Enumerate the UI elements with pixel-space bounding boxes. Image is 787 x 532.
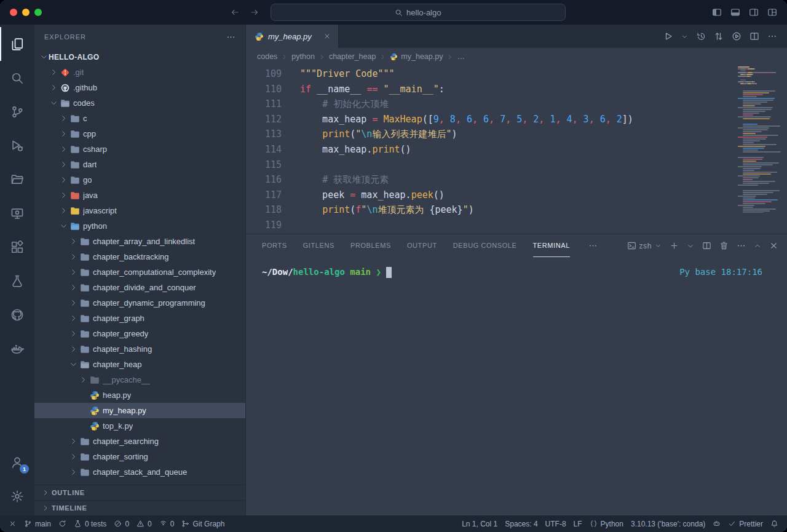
split-editor-icon[interactable]: [749, 31, 759, 41]
zoom-window-button[interactable]: [34, 9, 42, 16]
tree-item-python[interactable]: python: [34, 218, 245, 234]
breadcrumb-item-python[interactable]: python: [291, 52, 315, 61]
status-indentation[interactable]: Spaces: 4: [501, 515, 541, 532]
activity-accounts[interactable]: 1: [0, 445, 34, 479]
activity-project-library[interactable]: [0, 162, 34, 196]
status-eol[interactable]: LF: [570, 515, 586, 532]
more-editor-actions-icon[interactable]: [767, 31, 777, 41]
tree-item-chapter-stack-and-queue[interactable]: chapter_stack_and_queue: [34, 464, 245, 480]
panel-tab-gitlens[interactable]: GITLENS: [303, 234, 334, 257]
close-panel-icon[interactable]: [769, 241, 778, 250]
activity-source-control[interactable]: [0, 95, 34, 129]
tree-item-chapter-divide-and-conquer[interactable]: chapter_divide_and_conquer: [34, 280, 245, 295]
tree-item-cpp[interactable]: cpp: [34, 126, 245, 141]
section-timeline[interactable]: TIMELINE: [34, 500, 245, 515]
panel-tab-ports[interactable]: PORTS: [262, 234, 287, 257]
back-button[interactable]: [230, 7, 240, 17]
kill-terminal-icon[interactable]: [719, 241, 729, 250]
tree-item-chapter-hashing[interactable]: chapter_hashing: [34, 341, 245, 357]
tree-item-heap-py[interactable]: heap.py: [34, 387, 245, 403]
status-errors[interactable]: 0: [110, 515, 133, 532]
status-forwarded-ports[interactable]: 0: [156, 515, 178, 532]
split-terminal-icon[interactable]: [702, 241, 711, 250]
run-options-dropdown-icon[interactable]: [681, 33, 688, 40]
forward-button[interactable]: [250, 7, 259, 17]
command-center-search[interactable]: hello-algo: [271, 4, 566, 21]
tree-item-chapter-searching[interactable]: chapter_searching: [34, 434, 245, 449]
gitlens-file-history-icon[interactable]: [696, 31, 706, 41]
status-language-mode[interactable]: Python: [586, 515, 627, 532]
status-git-branch[interactable]: main: [20, 515, 55, 532]
shell-selector[interactable]: zsh: [627, 241, 662, 250]
activity-extensions[interactable]: [0, 230, 34, 264]
status-sync-changes[interactable]: [55, 515, 70, 532]
tree-item-codes[interactable]: codes: [34, 95, 245, 111]
tree-item-chapter-heap[interactable]: chapter_heap: [34, 357, 245, 372]
section-outline[interactable]: OUTLINE: [34, 485, 245, 500]
minimap[interactable]: [738, 66, 783, 213]
status-python-interpreter[interactable]: 3.10.13 ('base': conda): [627, 515, 709, 532]
new-terminal-icon[interactable]: [670, 241, 679, 250]
tab-my-heap-py[interactable]: my_heap.py: [246, 25, 339, 48]
breadcrumb-item-codes[interactable]: codes: [257, 52, 277, 61]
toggle-primary-sidebar-button[interactable]: [712, 7, 722, 17]
tree-item-hello-algo[interactable]: HELLO-ALGO: [34, 49, 245, 65]
tree-item-chapter-graph[interactable]: chapter_graph: [34, 311, 245, 326]
activity-remote-explorer[interactable]: [0, 196, 34, 230]
toggle-secondary-sidebar-button[interactable]: [749, 7, 759, 17]
tree-item-my-heap-py[interactable]: my_heap.py: [34, 403, 245, 418]
tree-item-chapter-array-and-linkedlist[interactable]: chapter_array_and_linkedlist: [34, 234, 245, 249]
status-warnings[interactable]: 0: [133, 515, 156, 532]
activity-github[interactable]: [0, 298, 34, 332]
status-copilot[interactable]: [709, 515, 724, 532]
tree-item-pycache[interactable]: __pycache__: [34, 372, 245, 387]
status-remote-indicator[interactable]: [5, 515, 20, 532]
panel-tabs-more-icon[interactable]: [588, 241, 598, 250]
terminal[interactable]: ~/Dow/hello-algo main ❯ Py base 18:17:16: [246, 257, 787, 515]
toggle-panel-button[interactable]: [730, 7, 740, 17]
status-prettier[interactable]: Prettier: [724, 515, 767, 532]
tree-item-chapter-greedy[interactable]: chapter_greedy: [34, 326, 245, 341]
minimize-window-button[interactable]: [22, 9, 30, 16]
status-git-graph[interactable]: Git Graph: [178, 515, 228, 532]
panel-tab-output[interactable]: OUTPUT: [407, 234, 437, 257]
status-tests[interactable]: 0 tests: [70, 515, 110, 532]
panel-more-actions-icon[interactable]: [737, 241, 746, 250]
activity-docker[interactable]: [0, 332, 34, 365]
explorer-more-actions-icon[interactable]: [226, 33, 235, 42]
close-tab-icon[interactable]: [323, 33, 331, 40]
code-editor[interactable]: 109"""Driver Code"""110if __name__ == "_…: [246, 65, 787, 234]
tree-item-chapter-computational-complexity[interactable]: chapter_computational_complexity: [34, 264, 245, 280]
tree-item-chapter-backtracking[interactable]: chapter_backtracking: [34, 249, 245, 264]
tree-item-github[interactable]: .github: [34, 80, 245, 95]
status-encoding[interactable]: UTF-8: [542, 515, 570, 532]
tree-item-c[interactable]: c: [34, 111, 245, 126]
run-in-terminal-icon[interactable]: [732, 31, 742, 41]
tree-item-git[interactable]: .git: [34, 65, 245, 80]
close-window-button[interactable]: [10, 9, 17, 16]
tree-item-go[interactable]: go: [34, 172, 245, 188]
tree-item-dart[interactable]: dart: [34, 157, 245, 172]
activity-testing[interactable]: [0, 264, 34, 298]
tree-item-javascript[interactable]: javascript: [34, 203, 245, 218]
breadcrumb-item-[interactable]: …: [457, 52, 465, 61]
terminal-launch-dropdown-icon[interactable]: [687, 242, 694, 250]
maximize-panel-icon[interactable]: [754, 242, 761, 250]
status-notifications[interactable]: [767, 515, 782, 532]
activity-explorer[interactable]: [0, 27, 34, 61]
panel-tab-debug-console[interactable]: DEBUG CONSOLE: [453, 234, 517, 257]
tree-item-java[interactable]: java: [34, 188, 245, 203]
activity-run-and-debug[interactable]: [0, 129, 34, 162]
panel-tab-terminal[interactable]: TERMINAL: [533, 234, 570, 257]
tree-item-chapter-sorting[interactable]: chapter_sorting: [34, 449, 245, 464]
open-changes-icon[interactable]: [714, 31, 724, 41]
run-python-file-icon[interactable]: [663, 31, 673, 41]
tree-item-csharp[interactable]: csharp: [34, 141, 245, 157]
tree-item-top-k-py[interactable]: top_k.py: [34, 418, 245, 434]
breadcrumb-item-chapter-heap[interactable]: chapter_heap: [329, 52, 376, 61]
customize-layout-button[interactable]: [767, 7, 777, 17]
panel-tab-problems[interactable]: PROBLEMS: [350, 234, 391, 257]
breadcrumb-item-my-heap-py[interactable]: my_heap.py: [390, 52, 443, 61]
activity-settings[interactable]: [0, 479, 34, 513]
tree-item-chapter-dynamic-programming[interactable]: chapter_dynamic_programming: [34, 295, 245, 311]
